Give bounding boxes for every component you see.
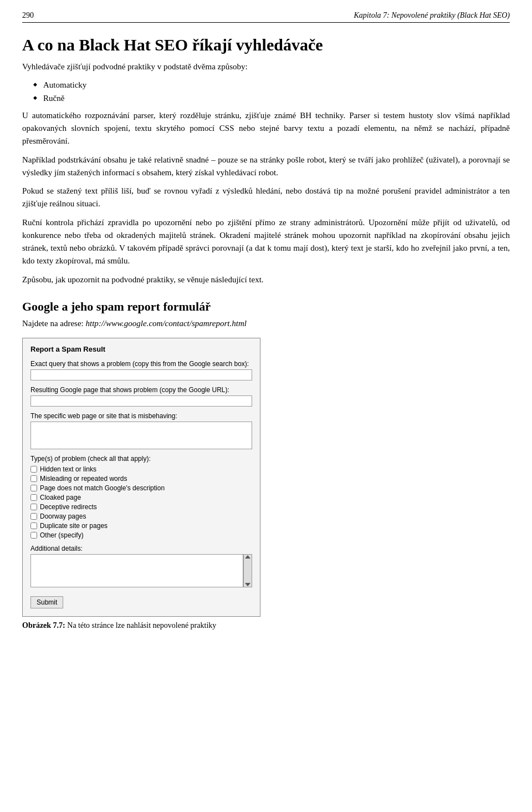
- paragraph-5: Způsobu, jak upozornit na podvodné prakt…: [22, 273, 510, 286]
- checkbox-page-mismatch-label: Page does not match Google's description: [40, 484, 165, 492]
- paragraph-3: Pokud se stažený text příliš liší, buď s…: [22, 185, 510, 211]
- checkbox-deceptive-redirects-input[interactable]: [30, 504, 37, 510]
- field3-label: The specific web page or site that is mi…: [30, 412, 252, 420]
- additional-label: Additional details:: [30, 545, 252, 552]
- scroll-up-icon[interactable]: [245, 555, 250, 559]
- checkbox-deceptive-redirects-label: Deceptive redirects: [40, 503, 97, 511]
- field2-label: Resulting Google page that shows problem…: [30, 386, 252, 394]
- url-label: Najdete na adrese:: [22, 319, 84, 328]
- checkbox-misleading[interactable]: Misleading or repeated words: [30, 475, 252, 483]
- checkbox-doorway-label: Doorway pages: [40, 512, 86, 520]
- page-header: 290 Kapitola 7: Nepovolené praktiky (Bla…: [22, 11, 510, 23]
- checkbox-cloaked-label: Cloaked page: [40, 494, 81, 501]
- url-line: Najdete na adrese: http://www.google.com…: [22, 317, 510, 330]
- scroll-down-icon[interactable]: [245, 583, 250, 586]
- checkbox-doorway-input[interactable]: [30, 513, 37, 520]
- checkbox-misleading-input[interactable]: [30, 475, 37, 482]
- chapter-title: Kapitola 7: Nepovolené praktiky (Black H…: [354, 11, 510, 20]
- submit-button[interactable]: Submit: [30, 596, 63, 608]
- field1-label: Exact query that shows a problem (copy t…: [30, 360, 252, 368]
- paragraph-4: Ruční kontrola přichází zpravidla po upo…: [22, 216, 510, 268]
- checkbox-misleading-label: Misleading or repeated words: [40, 475, 127, 483]
- field2-input[interactable]: [30, 395, 252, 407]
- field1-input[interactable]: [30, 369, 252, 380]
- checkbox-duplicate-label: Duplicate site or pages: [40, 522, 108, 530]
- checkbox-hidden-text-label: Hidden text or links: [40, 465, 96, 473]
- additional-textarea[interactable]: [30, 554, 243, 587]
- paragraph-1: U automatického rozpoznávání parser, kte…: [22, 109, 510, 148]
- intro-text: Vyhledávače zjišťují podvodné praktiky v…: [22, 60, 510, 73]
- checkbox-hidden-text-input[interactable]: [30, 466, 37, 473]
- checkbox-deceptive-redirects[interactable]: Deceptive redirects: [30, 503, 252, 511]
- checkbox-other-input[interactable]: [30, 532, 37, 539]
- caption-bold: Obrázek 7.7:: [22, 621, 65, 630]
- list-item: Automaticky: [33, 79, 510, 92]
- form-screenshot: Report a Spam Result Exact query that sh…: [22, 338, 260, 617]
- checkbox-other[interactable]: Other (specify): [30, 531, 252, 539]
- checkbox-page-mismatch-input[interactable]: [30, 485, 37, 491]
- page-number: 290: [22, 11, 34, 20]
- form-title: Report a Spam Result: [30, 345, 252, 353]
- caption-text: Na této stránce lze nahlásit nepovolené …: [65, 621, 217, 630]
- field3-textarea[interactable]: [30, 422, 252, 449]
- bullet-list: Automaticky Ručně: [33, 79, 510, 105]
- list-item: Ručně: [33, 92, 510, 105]
- checkbox-page-mismatch[interactable]: Page does not match Google's description: [30, 484, 252, 492]
- section-heading: Google a jeho spam report formulář: [22, 300, 510, 314]
- checkbox-hidden-text[interactable]: Hidden text or links: [30, 465, 252, 473]
- page-container: 290 Kapitola 7: Nepovolené praktiky (Bla…: [0, 0, 532, 647]
- figure-caption: Obrázek 7.7: Na této stránce lze nahlási…: [22, 621, 510, 630]
- checkbox-cloaked[interactable]: Cloaked page: [30, 494, 252, 501]
- checkbox-duplicate[interactable]: Duplicate site or pages: [30, 522, 252, 530]
- checkbox-other-label: Other (specify): [40, 531, 84, 539]
- checkbox-duplicate-input[interactable]: [30, 522, 37, 529]
- url-text: http://www.google.com/contact/spamreport…: [86, 319, 247, 328]
- problem-types-label: Type(s) of problem (check all that apply…: [30, 455, 252, 463]
- main-heading: A co na Black Hat SEO říkají vyhledávače: [22, 35, 510, 55]
- paragraph-2: Například podstrkávání obsahu je také re…: [22, 154, 510, 180]
- additional-textarea-wrapper: [30, 554, 252, 587]
- scrollbar[interactable]: [243, 554, 252, 587]
- checkbox-doorway[interactable]: Doorway pages: [30, 512, 252, 520]
- checkbox-cloaked-input[interactable]: [30, 494, 37, 501]
